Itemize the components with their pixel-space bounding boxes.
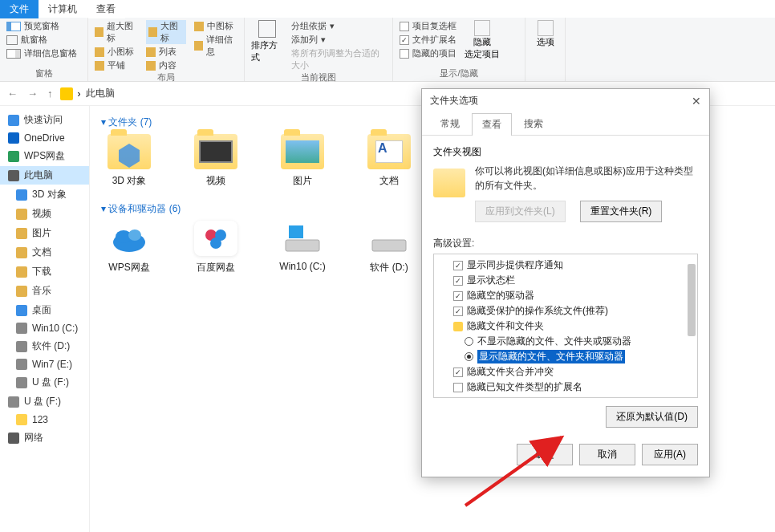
layout-tile[interactable]: 平铺 bbox=[95, 59, 138, 71]
fileext-toggle[interactable]: 文件扩展名 bbox=[400, 34, 456, 46]
drive-baidu[interactable]: 百度网盘 bbox=[188, 221, 244, 274]
nav-fwd[interactable]: → bbox=[25, 87, 40, 99]
tab-file[interactable]: 文件 bbox=[0, 0, 39, 18]
adv-merge[interactable]: 隐藏文件夹合并冲突 bbox=[439, 364, 692, 380]
layout-xl[interactable]: 超大图标 bbox=[95, 20, 138, 44]
item-checkbox-toggle[interactable]: 项目复选框 bbox=[400, 20, 456, 32]
currentview-group-label: 当前视图 bbox=[251, 71, 386, 83]
svg-rect-8 bbox=[289, 225, 303, 238]
nav-up[interactable]: ↑ bbox=[45, 87, 55, 99]
cloud-icon bbox=[8, 132, 19, 144]
drive-icon bbox=[281, 221, 324, 256]
adv-protected[interactable]: 隐藏受保护的操作系统文件(推荐) bbox=[439, 303, 692, 319]
folder-icon bbox=[281, 134, 324, 169]
drive-win10c[interactable]: Win10 (C:) bbox=[274, 221, 331, 274]
sidebar-123[interactable]: 123 bbox=[0, 412, 89, 428]
scrollbar-thumb[interactable] bbox=[688, 264, 696, 336]
window-tabs: 文件 计算机 查看 bbox=[0, 0, 775, 18]
drive-icon bbox=[16, 359, 27, 370]
sidebar-onedrive[interactable]: OneDrive bbox=[0, 130, 89, 146]
pc-icon bbox=[8, 170, 19, 181]
layout-icon bbox=[148, 27, 157, 37]
folder-3dobjects[interactable]: 3D 对象 bbox=[101, 134, 157, 188]
sidebar-music[interactable]: 音乐 bbox=[0, 282, 89, 300]
drive-wps[interactable]: WPS网盘 bbox=[101, 221, 157, 274]
sidebar-3dobjects[interactable]: 3D 对象 bbox=[0, 185, 89, 204]
apply-to-folders-button[interactable]: 应用到文件夹(L) bbox=[475, 201, 566, 222]
sidebar-win7e[interactable]: Win7 (E:) bbox=[0, 356, 89, 372]
folder-pictures[interactable]: 图片 bbox=[274, 134, 331, 188]
drive-softd[interactable]: 软件 (D:) bbox=[361, 221, 417, 274]
adv-emptydrive[interactable]: 隐藏空的驱动器 bbox=[439, 288, 692, 303]
video-icon bbox=[16, 209, 27, 220]
options-button[interactable]: 选项 bbox=[532, 20, 558, 48]
layout-icon bbox=[146, 61, 156, 71]
folder-icon: A bbox=[367, 134, 411, 169]
download-icon bbox=[16, 266, 27, 278]
layout-icon bbox=[95, 47, 104, 57]
adv-hidden-opt1[interactable]: 不显示隐藏的文件、文件夹或驱动器 bbox=[439, 334, 692, 349]
folder-icon bbox=[194, 134, 237, 169]
sidebar-quickaccess[interactable]: 快速访问 bbox=[0, 111, 89, 129]
sort-button[interactable]: 排序方式 bbox=[251, 39, 283, 63]
nav-pane-button[interactable]: 航窗格 bbox=[6, 34, 81, 46]
tab-computer[interactable]: 计算机 bbox=[39, 0, 87, 18]
sidebar-video[interactable]: 视频 bbox=[0, 205, 89, 223]
groupby-button[interactable]: 分组依据 ▾ bbox=[291, 20, 387, 32]
detail-pane-icon bbox=[6, 49, 21, 59]
folder-video[interactable]: 视频 bbox=[188, 134, 244, 188]
star-icon bbox=[8, 115, 19, 126]
layout-content[interactable]: 内容 bbox=[146, 59, 186, 71]
hide-selected-button[interactable]: 隐藏 选定项目 bbox=[465, 20, 500, 60]
checkbox-icon bbox=[453, 291, 463, 301]
autosize-button[interactable]: 将所有列调整为合适的大小 bbox=[291, 47, 387, 71]
layout-icon bbox=[146, 47, 156, 57]
addcol-button[interactable]: 添加列 ▾ bbox=[291, 34, 387, 46]
adv-sync[interactable]: 显示同步提供程序通知 bbox=[439, 258, 692, 273]
folder-view-text: 你可以将此视图(如详细信息或图标)应用于这种类型的所有文件夹。 bbox=[475, 164, 698, 193]
dialog-tab-view[interactable]: 查看 bbox=[472, 113, 512, 136]
sidebar-udisk-f2[interactable]: U 盘 (F:) bbox=[0, 392, 89, 411]
drive-icon bbox=[16, 341, 27, 352]
sort-icon bbox=[258, 20, 276, 38]
adv-ntfs[interactable]: 用彩色显示加密或压缩的 NTFS 文件 bbox=[439, 395, 692, 398]
close-button[interactable]: ✕ bbox=[692, 95, 701, 108]
sidebar-wps[interactable]: WPS网盘 bbox=[0, 147, 89, 165]
dialog-tab-general[interactable]: 常规 bbox=[430, 112, 470, 135]
breadcrumb-thispc[interactable]: 此电脑 bbox=[86, 87, 115, 100]
layout-sm[interactable]: 小图标 bbox=[95, 46, 138, 58]
advanced-settings-list[interactable]: 显示同步提供程序通知 显示状态栏 隐藏空的驱动器 隐藏受保护的操作系统文件(推荐… bbox=[433, 254, 698, 398]
layout-lg[interactable]: 大图标 bbox=[146, 20, 186, 44]
svg-rect-7 bbox=[286, 240, 319, 251]
dialog-tab-search[interactable]: 搜索 bbox=[513, 112, 554, 135]
adv-status[interactable]: 显示状态栏 bbox=[439, 273, 692, 288]
tab-view[interactable]: 查看 bbox=[87, 0, 125, 18]
apply-button[interactable]: 应用(A) bbox=[642, 444, 698, 465]
sidebar-softd[interactable]: 软件 (D:) bbox=[0, 337, 89, 355]
layout-detail[interactable]: 详细信息 bbox=[194, 34, 237, 58]
layout-icon bbox=[95, 27, 103, 37]
detail-pane-button[interactable]: 详细信息窗格 bbox=[6, 47, 81, 59]
breadcrumb-seg[interactable]: › bbox=[78, 88, 81, 99]
hiddenitems-toggle[interactable]: 隐藏的项目 bbox=[400, 47, 456, 59]
ok-button[interactable]: 确定 bbox=[517, 444, 573, 465]
adv-hidden-opt2[interactable]: 显示隐藏的文件、文件夹和驱动器 bbox=[439, 349, 692, 364]
layout-list[interactable]: 列表 bbox=[146, 46, 186, 58]
restore-defaults-button[interactable]: 还原为默认值(D) bbox=[606, 406, 698, 428]
layout-md[interactable]: 中图标 bbox=[194, 20, 237, 32]
reset-folders-button[interactable]: 重置文件夹(R) bbox=[580, 201, 663, 222]
sidebar-network[interactable]: 网络 bbox=[0, 428, 89, 447]
sidebar-pictures[interactable]: 图片 bbox=[0, 224, 89, 242]
nav-back[interactable]: ← bbox=[5, 87, 20, 99]
sidebar-win10c[interactable]: Win10 (C:) bbox=[0, 320, 89, 336]
preview-pane-button[interactable]: 预览窗格 bbox=[6, 20, 81, 32]
sidebar-docs[interactable]: 文档 bbox=[0, 243, 89, 262]
sidebar-downloads[interactable]: 下载 bbox=[0, 262, 89, 281]
sidebar-desktop[interactable]: 桌面 bbox=[0, 301, 89, 319]
cancel-button[interactable]: 取消 bbox=[579, 444, 635, 465]
sidebar-thispc[interactable]: 此电脑 bbox=[0, 166, 89, 185]
folder-docs[interactable]: A文档 bbox=[361, 134, 417, 188]
sidebar-udisk-f1[interactable]: U 盘 (F:) bbox=[0, 373, 89, 392]
adv-knownext[interactable]: 隐藏已知文件类型的扩展名 bbox=[439, 380, 692, 395]
baidu-icon bbox=[194, 221, 237, 256]
